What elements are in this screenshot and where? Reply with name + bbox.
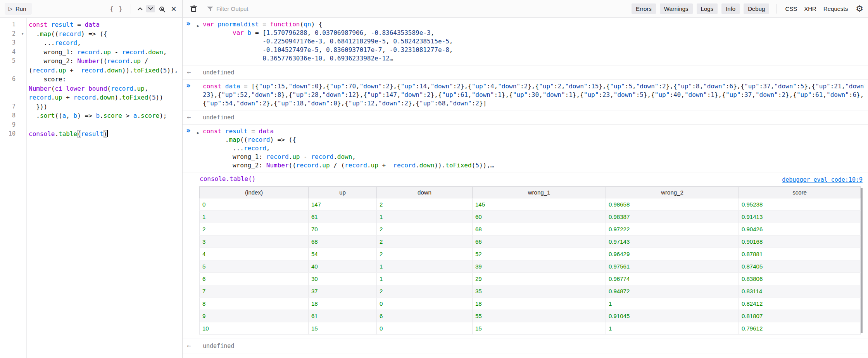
history-search-button[interactable]	[157, 5, 167, 13]
code-token	[203, 55, 262, 62]
code-token: "up"	[744, 83, 759, 90]
code-token: )),…	[479, 162, 494, 169]
table-row: 3682660.971430.90168	[200, 236, 861, 248]
code-token	[29, 57, 44, 65]
table-cell: 0.81807	[739, 310, 861, 322]
code-token: 6	[852, 91, 856, 98]
table-scrollbar-thumb[interactable]	[861, 188, 863, 333]
table-cell: 0.98658	[606, 198, 739, 211]
code-token: 61	[815, 91, 823, 98]
code-token: },{	[337, 100, 349, 107]
code-token: "up"	[584, 91, 599, 98]
table-cell: 15	[309, 322, 377, 335]
code-token: ci_lower_bound	[55, 85, 107, 92]
code-token: 37	[744, 91, 752, 98]
table-cell: 2	[377, 285, 473, 298]
code-token	[203, 162, 233, 169]
code-token: toFixed	[445, 162, 471, 169]
expand-triangle-icon[interactable]: ▶	[197, 129, 199, 137]
table-cell: 2	[377, 236, 473, 248]
code-token: ,	[319, 91, 323, 98]
code-token: 15	[278, 83, 285, 90]
code-token: =	[259, 21, 270, 28]
code-token: = [{	[240, 83, 259, 90]
code-token: "down"	[251, 91, 274, 98]
code-token: },{	[319, 83, 330, 90]
code-token: =	[248, 127, 259, 135]
code-token: b	[74, 112, 78, 119]
table-cell: 30	[309, 273, 377, 285]
console-split: 1const result = data2▼ .map((record) => …	[0, 18, 868, 358]
toggle-warnings[interactable]: Warnings	[660, 3, 693, 14]
code-token: const	[203, 127, 221, 135]
toggle-info[interactable]: Info	[721, 3, 740, 14]
code-token: 0	[315, 83, 319, 90]
code-token: / (	[330, 162, 345, 169]
code-token: "up"	[513, 91, 528, 98]
table-cell: 0.87881	[739, 248, 861, 260]
code-token: ,	[397, 91, 401, 98]
toggle-xhr[interactable]: XHR	[802, 3, 818, 14]
expand-triangle-icon[interactable]: ▶	[197, 22, 199, 30]
pretty-print-button[interactable]: { }	[107, 3, 126, 14]
code-token: :	[587, 83, 591, 90]
code-token: 0.03706987906	[315, 29, 363, 36]
code-token: 0.6841218299e-5	[330, 38, 386, 45]
code-token: "down"	[827, 91, 849, 98]
filter-output-input[interactable]	[216, 5, 333, 12]
code-line-text: .sort((a, b) => b.score > a.score);	[26, 111, 167, 120]
code-token: 14	[419, 83, 427, 90]
toggle-css[interactable]: CSS	[783, 3, 799, 14]
next-expression-button[interactable]	[146, 5, 155, 12]
code-line: 5 wrong_2: Number((record.up /	[0, 57, 182, 66]
previous-expression-button[interactable]	[136, 5, 145, 12]
toggle-logs[interactable]: Logs	[697, 3, 718, 14]
result-value: undefined	[203, 68, 865, 77]
toggle-debug[interactable]: Debug	[744, 3, 769, 14]
multiline-editor-pane[interactable]: 1const result = data2▼ .map((record) => …	[0, 18, 183, 358]
code-token: ,	[307, 29, 315, 36]
code-token: 147	[386, 91, 397, 98]
code-token: :	[457, 91, 461, 98]
line-number: 2▼	[0, 29, 26, 39]
code-token: "up"	[419, 100, 435, 107]
code-token: },{	[573, 91, 584, 98]
code-token: :	[472, 100, 476, 107]
table-cell: 0.90426	[739, 223, 861, 236]
source-location-link[interactable]: debugger eval code:10:9	[782, 176, 863, 184]
code-token: 2	[524, 83, 528, 90]
clear-console-button[interactable]	[188, 3, 200, 14]
code-token: :	[345, 91, 349, 98]
table-row: 6301290.967740.83806	[200, 273, 861, 285]
code-token: :	[345, 83, 349, 90]
toggle-requests[interactable]: Requests	[822, 3, 849, 14]
code-token: "down"	[431, 83, 453, 90]
settings-gear-icon[interactable]: ⚙	[856, 4, 863, 14]
table-cell: 0.96429	[606, 248, 739, 260]
code-token: 70	[349, 83, 356, 90]
code-token: ) => ({	[81, 30, 107, 38]
code-token: ,	[445, 100, 449, 107]
code-token: ,	[356, 83, 360, 90]
console-table-call-line: console.table()debugger eval code:10:9	[200, 175, 865, 183]
toggle-errors[interactable]: Errors	[632, 3, 656, 14]
code-token: :	[292, 100, 296, 107]
echoed-input-code: var pnormaldist = function(qn) { var b =…	[203, 20, 865, 63]
fold-arrow-icon[interactable]: ▼	[22, 29, 24, 39]
close-editor-button[interactable]: ×	[168, 4, 179, 14]
table-cell: 1	[606, 298, 739, 310]
code-token: down	[100, 94, 115, 101]
run-button[interactable]: ▷ Run	[5, 3, 32, 15]
code-token: :	[707, 91, 711, 98]
result-arrow-icon: ←	[187, 341, 191, 350]
code-token: },{	[210, 91, 221, 98]
code-token: },{	[804, 83, 815, 90]
table-row: 4542520.964290.87881	[200, 248, 861, 260]
console-table-method: console.table()	[200, 175, 256, 182]
line-number	[0, 66, 26, 75]
table-cell: 9	[200, 310, 309, 322]
code-token: ) {	[311, 21, 322, 28]
code-token: 15	[591, 83, 599, 90]
code-token: "up"	[677, 83, 692, 90]
code-token: "up"	[278, 100, 293, 107]
